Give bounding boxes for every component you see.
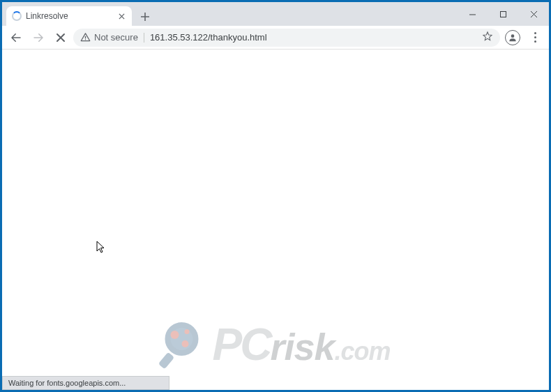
window-controls bbox=[457, 2, 549, 26]
watermark-risk: risk bbox=[270, 326, 334, 368]
maximize-button[interactable] bbox=[488, 3, 518, 24]
stop-icon bbox=[56, 33, 66, 43]
svg-rect-0 bbox=[500, 11, 506, 17]
watermark-text: PCrisk.com bbox=[212, 319, 390, 370]
watermark-pc: PC bbox=[212, 319, 270, 370]
kebab-menu-icon bbox=[527, 32, 543, 43]
close-icon bbox=[119, 13, 125, 20]
forward-button[interactable] bbox=[29, 28, 48, 47]
maximize-icon bbox=[499, 10, 507, 18]
close-icon bbox=[530, 10, 538, 18]
address-bar[interactable]: Not secure 161.35.53.122/thankyou.html bbox=[73, 29, 500, 47]
watermark-com: .com bbox=[334, 337, 390, 365]
close-window-button[interactable] bbox=[518, 3, 549, 24]
tab-strip: Linkresolve bbox=[2, 6, 457, 26]
user-icon bbox=[505, 30, 520, 45]
tab-title: Linkresolve bbox=[26, 11, 112, 21]
profile-button[interactable] bbox=[503, 28, 522, 47]
status-text: Waiting for fonts.googleapis.com... bbox=[8, 379, 126, 387]
security-indicator[interactable]: Not secure bbox=[80, 32, 138, 43]
titlebar: Linkresolve bbox=[2, 2, 549, 26]
close-tab-button[interactable] bbox=[116, 11, 126, 21]
svg-point-1 bbox=[85, 39, 86, 40]
divider bbox=[144, 33, 144, 43]
watermark-logo: PCrisk.com bbox=[160, 319, 390, 370]
magnifying-glass-icon bbox=[160, 322, 205, 367]
stop-button[interactable] bbox=[51, 28, 70, 47]
star-icon bbox=[482, 31, 493, 42]
warning-icon bbox=[80, 32, 91, 43]
loading-spinner-icon bbox=[12, 11, 22, 21]
page-content: PCrisk.com Waiting for fonts.googleapis.… bbox=[2, 50, 549, 390]
bookmark-button[interactable] bbox=[482, 31, 493, 45]
back-button[interactable] bbox=[6, 28, 26, 47]
security-label: Not secure bbox=[94, 32, 138, 43]
menu-button[interactable] bbox=[525, 28, 545, 47]
url-text: 161.35.53.122/thankyou.html bbox=[150, 32, 476, 43]
minimize-button[interactable] bbox=[457, 3, 488, 24]
toolbar: Not secure 161.35.53.122/thankyou.html bbox=[2, 26, 549, 50]
browser-window: Linkresolve bbox=[2, 2, 549, 390]
minimize-icon bbox=[469, 10, 476, 18]
svg-point-2 bbox=[511, 34, 515, 38]
status-bar: Waiting for fonts.googleapis.com... bbox=[2, 376, 169, 390]
browser-tab[interactable]: Linkresolve bbox=[6, 6, 132, 26]
forward-arrow-icon bbox=[32, 31, 45, 44]
plus-icon bbox=[140, 12, 150, 22]
new-tab-button[interactable] bbox=[136, 8, 154, 26]
mouse-cursor-icon bbox=[96, 241, 106, 255]
back-arrow-icon bbox=[10, 31, 22, 44]
